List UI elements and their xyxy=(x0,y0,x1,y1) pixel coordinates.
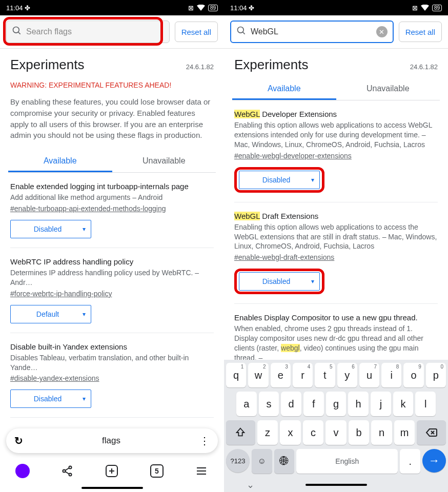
numeric-key[interactable]: ?123 xyxy=(226,449,250,473)
key-v[interactable]: v xyxy=(325,420,347,445)
menu-icon[interactable]: ⋮ xyxy=(199,435,210,447)
omnibox[interactable]: ↻ flags ⋮ xyxy=(6,428,218,453)
status-bar: 11:04 ✤ ⊠ 89 xyxy=(0,0,224,15)
flag-title: Disable built-in Yandex extensions xyxy=(10,342,214,351)
key-l[interactable]: l xyxy=(415,392,436,416)
key-b[interactable]: b xyxy=(349,420,370,445)
svg-point-0 xyxy=(13,27,19,33)
key-c[interactable]: c xyxy=(303,420,324,445)
left-screenshot: 11:04 ✤ ⊠ 89 Reset all Experiments 24.6.… xyxy=(0,0,224,492)
wifi-icon xyxy=(197,5,205,11)
tab-available[interactable]: Available xyxy=(232,77,336,100)
svg-point-13 xyxy=(238,27,244,33)
svg-line-1 xyxy=(18,32,21,34)
warning-text: WARNING: EXPERIMENTAL FEATURES AHEAD! xyxy=(0,77,224,93)
reset-button[interactable]: Reset all xyxy=(399,22,442,42)
flag-id: #enable-webgl-developer-extensions xyxy=(234,152,438,160)
flag-item: WebGL Draft Extensions Enabling this opt… xyxy=(234,202,438,304)
key-f[interactable]: f xyxy=(303,392,324,416)
reload-icon[interactable]: ↻ xyxy=(14,435,23,447)
key-k[interactable]: k xyxy=(393,392,414,416)
go-key[interactable]: → xyxy=(422,449,446,473)
flag-title: WebGL Draft Extensions xyxy=(234,212,438,220)
key-o[interactable]: o9 xyxy=(403,363,423,387)
spacebar[interactable]: English xyxy=(296,449,398,474)
clear-icon[interactable]: ✕ xyxy=(376,26,388,37)
flag-select[interactable]: Disabled xyxy=(239,272,320,291)
key-p[interactable]: p0 xyxy=(426,363,446,387)
key-s[interactable]: s xyxy=(259,392,279,416)
key-w[interactable]: w2 xyxy=(248,363,268,387)
search-input-container[interactable] xyxy=(6,20,170,43)
key-m[interactable]: m xyxy=(394,420,415,445)
page-title: Experiments xyxy=(234,57,309,73)
flag-item: Enable extended logging int turboapp-int… xyxy=(10,173,214,248)
battery-icon: 89 xyxy=(432,5,442,11)
tab-available[interactable]: Available xyxy=(8,149,112,172)
key-z[interactable]: z xyxy=(257,420,278,445)
vibrate-icon: ⊠ xyxy=(412,4,418,12)
collapse-keyboard-icon[interactable]: ⌄ xyxy=(247,479,254,490)
search-icon xyxy=(236,26,247,38)
period-key[interactable]: . xyxy=(400,449,420,474)
flag-select[interactable]: Disabled xyxy=(239,171,320,189)
tab-unavailable[interactable]: Unavailable xyxy=(112,149,216,172)
flag-select[interactable]: Disabled xyxy=(10,220,91,238)
intro-text: By enabling these features, you could lo… xyxy=(0,93,224,149)
search-input[interactable] xyxy=(26,27,164,36)
key-i[interactable]: i8 xyxy=(381,363,401,387)
home-button[interactable] xyxy=(15,464,30,478)
flag-desc: Enabling this option allows web applicat… xyxy=(234,120,438,150)
flag-id: #enable-turboapp-api-extended-methods-lo… xyxy=(10,204,214,213)
hamburger-icon[interactable] xyxy=(194,464,209,478)
key-g[interactable]: g xyxy=(326,392,347,416)
flag-desc: Determines IP address handling policy us… xyxy=(10,268,214,288)
key-n[interactable]: n xyxy=(371,420,392,445)
tab-unavailable[interactable]: Unavailable xyxy=(336,77,440,100)
home-indicator xyxy=(306,484,367,486)
flag-title: WebRTC IP address handling policy xyxy=(10,257,214,266)
flag-title: Enables Display Compositor to use a new … xyxy=(234,313,438,322)
emoji-key[interactable]: ☺ xyxy=(252,449,272,474)
key-y[interactable]: y6 xyxy=(337,363,357,387)
flag-item: WebGL Developer Extensions Enabling this… xyxy=(234,100,438,202)
key-u[interactable]: u7 xyxy=(359,363,379,387)
search-input-container[interactable]: ✕ xyxy=(230,20,394,43)
language-key[interactable]: 🌐︎ xyxy=(274,449,295,474)
version-label: 24.6.1.82 xyxy=(186,63,214,71)
reset-button[interactable]: Reset all xyxy=(175,22,218,42)
status-time: 11:04 ✤ xyxy=(230,4,254,12)
key-x[interactable]: x xyxy=(280,420,301,445)
key-e[interactable]: e3 xyxy=(271,363,291,387)
key-q[interactable]: q1 xyxy=(226,363,246,387)
key-t[interactable]: t5 xyxy=(315,363,335,387)
svg-line-14 xyxy=(243,32,245,34)
svg-line-5 xyxy=(65,468,69,470)
backspace-key[interactable] xyxy=(417,420,446,445)
flag-title: WebGL Developer Extensions xyxy=(234,110,438,118)
key-d[interactable]: d xyxy=(281,392,301,416)
battery-icon: 89 xyxy=(208,5,218,11)
omnibox-text: flags xyxy=(23,436,199,446)
tabs-button[interactable]: 5 xyxy=(150,464,164,478)
search-input[interactable] xyxy=(251,27,372,36)
right-screenshot: 11:04 ✤ ⊠ 89 ✕ Reset all Experiments 24.… xyxy=(224,0,448,492)
flag-id: #enable-webgl-draft-extensions xyxy=(234,253,438,261)
flag-item: WebRTC IP address handling policy Determ… xyxy=(10,248,214,333)
flag-select[interactable]: Disabled xyxy=(10,389,91,408)
share-icon[interactable] xyxy=(60,464,74,478)
flag-select[interactable]: Default xyxy=(10,305,91,323)
key-j[interactable]: j xyxy=(371,392,391,416)
flag-desc: Enabling this option allows web applicat… xyxy=(234,222,438,252)
browser-bottom-bar: ↻ flags ⋮ 5 xyxy=(0,424,224,492)
flag-desc: Disables Tableau, verbatim translation, … xyxy=(10,353,214,373)
key-h[interactable]: h xyxy=(348,392,369,416)
software-keyboard[interactable]: q1w2e3r4t5y6u7i8o9p0 asdfghjkl zxcvbnm ?… xyxy=(224,360,448,492)
page-title: Experiments xyxy=(10,57,85,73)
key-r[interactable]: r4 xyxy=(293,363,313,387)
shift-key[interactable] xyxy=(226,420,255,445)
key-a[interactable]: a xyxy=(236,392,257,416)
new-tab-icon[interactable] xyxy=(105,464,119,478)
flag-title: Enable extended logging int turboapp-int… xyxy=(10,182,214,191)
search-icon xyxy=(12,26,22,38)
